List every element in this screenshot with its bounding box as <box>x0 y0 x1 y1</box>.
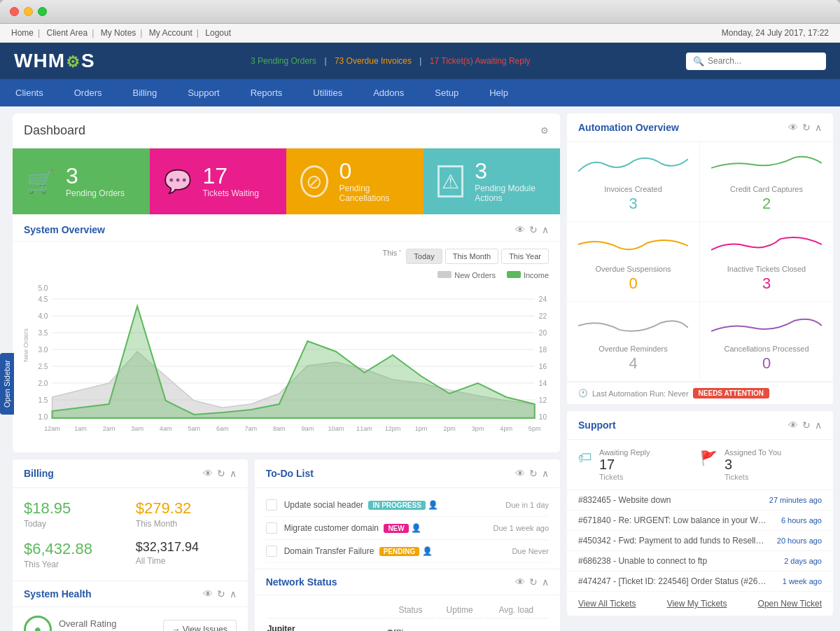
topbar-home[interactable]: Home <box>11 28 34 38</box>
automation-collapse-icon[interactable]: ∧ <box>815 122 822 133</box>
automation-visibility-icon[interactable]: 👁 <box>788 122 798 133</box>
system-overview-title: System Overview <box>24 224 105 235</box>
support-summary: 🏷 Awaiting Reply 17 Tickets 🚩 Assigned T… <box>567 440 833 490</box>
topbar-logout[interactable]: Logout <box>205 28 231 38</box>
nav-support[interactable]: Support <box>172 79 235 106</box>
support-refresh-icon[interactable]: ↻ <box>802 419 811 431</box>
tag-icon: 🏷 <box>578 450 592 466</box>
chart-btn-this-month[interactable]: This Month <box>445 249 498 264</box>
nav-addons[interactable]: Addons <box>358 79 419 106</box>
close-button[interactable] <box>10 7 19 16</box>
auto-item-inactive-tickets: Inactive Tickets Closed 3 <box>700 222 833 302</box>
view-issues-button[interactable]: → View Issues <box>163 620 237 631</box>
billing-month-amount: $279.32 <box>136 499 237 518</box>
dashboard-gear-icon[interactable]: ⚙ <box>540 125 549 136</box>
automation-refresh-icon[interactable]: ↻ <box>802 122 811 133</box>
todo-checkbox-2[interactable] <box>266 522 277 534</box>
network-visibility-icon[interactable]: 👁 <box>515 576 525 588</box>
auto-value-reminders: 4 <box>578 354 688 373</box>
logo-text: WHM⚙S <box>14 50 95 72</box>
health-visibility-icon[interactable]: 👁 <box>203 588 213 599</box>
nav-utilities[interactable]: Utilities <box>298 79 358 106</box>
tickets-awaiting-alert[interactable]: 17 Ticket(s) Awaiting Reply <box>430 56 531 66</box>
network-col-name <box>267 602 386 618</box>
pending-orders-value: 3 <box>66 165 125 187</box>
stat-card-module-actions[interactable]: ⚠ 3 Pending Module Actions <box>424 148 561 214</box>
stat-card-tickets-waiting[interactable]: 💬 17 Tickets Waiting <box>150 148 287 214</box>
clock-icon: 🕐 <box>578 389 588 398</box>
maximize-button[interactable] <box>38 7 47 16</box>
visibility-icon[interactable]: 👁 <box>515 224 525 235</box>
stat-card-pending-cancellations[interactable]: ⊘ 0 Pending Cancellations <box>286 148 424 214</box>
nav-reports[interactable]: Reports <box>235 79 298 106</box>
support-panel: Support 👁 ↻ ∧ 🏷 Awaiting Reply 17 Ticket… <box>567 411 833 616</box>
nav-setup[interactable]: Setup <box>419 79 474 106</box>
billing-collapse-icon[interactable]: ∧ <box>230 468 237 479</box>
nav-billing[interactable]: Billing <box>117 79 172 106</box>
topbar-my-account[interactable]: My Account <box>149 28 192 38</box>
todo-user-icon-2: 👤 <box>411 523 421 533</box>
network-collapse-icon[interactable]: ∧ <box>542 576 549 588</box>
auto-item-credit-card: Credit Card Captures 2 <box>700 142 833 222</box>
stat-info-cancellations: 0 Pending Cancellations <box>340 160 410 203</box>
chart-btn-today[interactable]: Today <box>406 249 442 264</box>
cancel-icon: ⊘ <box>300 165 328 197</box>
network-refresh-icon[interactable]: ↻ <box>529 576 538 588</box>
todo-refresh-icon[interactable]: ↻ <box>529 468 538 479</box>
open-sidebar-tab[interactable]: Open Sidebar <box>0 353 14 415</box>
system-overview-header: System Overview 👁 ↻ ∧ <box>13 214 560 242</box>
svg-text:6am: 6am <box>216 425 229 432</box>
topbar-client-area[interactable]: Client Area <box>46 28 88 38</box>
search-icon: 🔍 <box>693 56 704 67</box>
list-item: Migrate customer domain NEW 👤 Due 1 week… <box>266 517 549 540</box>
billing-visibility-icon[interactable]: 👁 <box>203 468 213 479</box>
auto-value-suspensions: 0 <box>578 275 688 293</box>
svg-text:2.5: 2.5 <box>38 363 48 370</box>
legend-new-orders: New Orders <box>438 271 496 279</box>
auto-value-cancellations: 0 <box>711 354 822 373</box>
todo-checkbox-1[interactable] <box>266 499 277 511</box>
minimize-button[interactable] <box>24 7 33 16</box>
health-info: Overall Rating Good <box>59 618 116 631</box>
support-assigned: 🚩 Assigned To You 3 Tickets <box>700 448 822 481</box>
nav-help[interactable]: Help <box>474 79 524 106</box>
topbar-my-notes[interactable]: My Notes <box>101 28 136 38</box>
overdue-invoices-alert[interactable]: 73 Overdue Invoices <box>335 56 412 66</box>
support-collapse-icon[interactable]: ∧ <box>815 419 822 431</box>
billing-year-period: This Year <box>24 560 125 569</box>
health-actions: 👁 ↻ ∧ <box>203 588 237 599</box>
support-visibility-icon[interactable]: 👁 <box>788 419 798 431</box>
topbar: Home| Client Area| My Notes| My Account|… <box>0 24 840 43</box>
ticket-time-1: 27 minutes ago <box>769 496 822 504</box>
collapse-icon[interactable]: ∧ <box>542 224 549 235</box>
network-status-title: Network Status <box>266 576 337 588</box>
todo-checkbox-3[interactable] <box>266 546 277 557</box>
assigned-label: Assigned To You <box>724 448 781 457</box>
server-name: Jupiter <box>267 624 386 631</box>
auto-item-overdue-suspensions: Overdue Suspensions 0 <box>567 222 700 302</box>
nav-orders[interactable]: Orders <box>59 79 118 106</box>
nav-clients[interactable]: Clients <box>0 79 59 106</box>
mini-chart-tickets-closed <box>711 230 822 258</box>
ticket-text-2: #671840 - Re: URGENT: Low balance in you… <box>578 515 767 525</box>
health-refresh-icon[interactable]: ↻ <box>217 588 225 599</box>
view-all-tickets-link[interactable]: View All Tickets <box>578 599 636 609</box>
pending-orders-alert[interactable]: 3 Pending Orders <box>251 56 316 66</box>
search-box: 🔍 <box>686 53 826 70</box>
billing-all-time: $32,317.94 All Time <box>136 540 237 569</box>
refresh-icon[interactable]: ↻ <box>529 224 538 235</box>
health-collapse-icon[interactable]: ∧ <box>230 588 237 599</box>
search-input[interactable] <box>708 56 819 66</box>
network-body: Status Uptime Avg. load Jupiter jupiter.… <box>255 595 560 631</box>
stat-card-pending-orders[interactable]: 🛒 3 Pending Orders <box>13 148 150 214</box>
open-new-ticket-link[interactable]: Open New Ticket <box>758 599 822 609</box>
awaiting-info: Awaiting Reply 17 Tickets <box>599 448 650 481</box>
billing-refresh-icon[interactable]: ↻ <box>217 468 225 479</box>
table-row: Jupiter jupiter.serverfarm... Offline - … <box>267 620 547 631</box>
view-my-tickets-link[interactable]: View My Tickets <box>667 599 727 609</box>
todo-visibility-icon[interactable]: 👁 <box>515 468 525 479</box>
chart-btn-this-year[interactable]: This Year <box>501 249 549 264</box>
titlebar <box>0 0 840 24</box>
svg-text:1.5: 1.5 <box>38 396 48 404</box>
todo-collapse-icon[interactable]: ∧ <box>542 468 549 479</box>
